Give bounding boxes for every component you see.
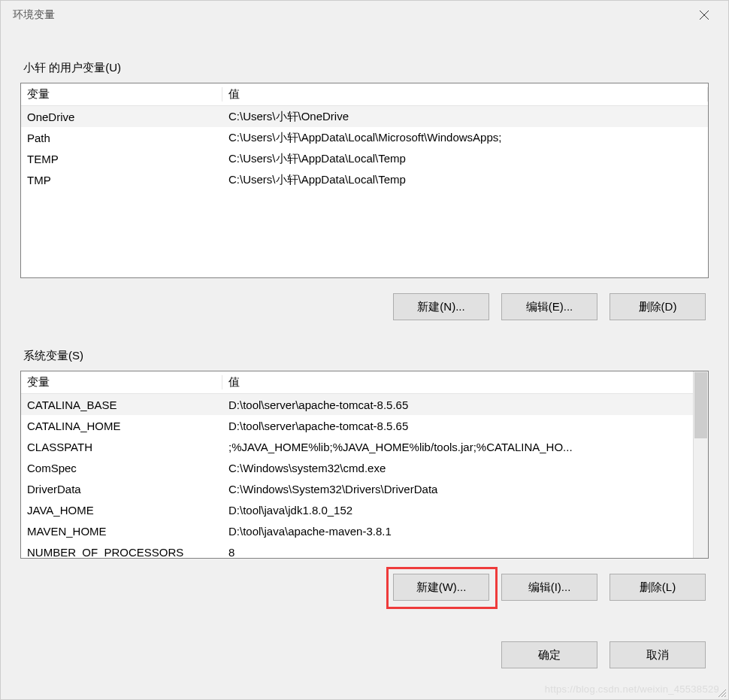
system-scrollbar[interactable] (693, 371, 708, 558)
system-col-value[interactable]: 值 (222, 375, 708, 389)
cell-name: OneDrive (21, 111, 222, 123)
cell-value: C:\Users\小轩\AppData\Local\Microsoft\Wind… (222, 131, 708, 145)
system-vars-group: 系统变量(S) 变量 值 CATALINA_BASED:\tool\server… (20, 349, 709, 601)
cell-value: C:\Users\小轩\AppData\Local\Temp (222, 152, 708, 166)
system-edit-button[interactable]: 编辑(I)... (501, 574, 597, 601)
dialog-buttons: 确定 取消 (20, 641, 709, 668)
table-row[interactable]: CLASSPATH;%JAVA_HOME%lib;%JAVA_HOME%lib/… (21, 436, 708, 457)
table-row[interactable]: PathC:\Users\小轩\AppData\Local\Microsoft\… (21, 127, 708, 148)
cell-name: JAVA_HOME (21, 504, 222, 517)
user-new-button[interactable]: 新建(N)... (393, 293, 489, 320)
cell-name: CLASSPATH (21, 441, 222, 453)
system-table-header: 变量 值 (21, 371, 708, 394)
close-icon (700, 11, 709, 20)
system-new-button[interactable]: 新建(W)... (393, 574, 489, 601)
cell-name: DriverData (21, 483, 222, 495)
user-vars-label: 小轩 的用户变量(U) (20, 61, 709, 75)
close-button[interactable] (689, 4, 719, 26)
cancel-button[interactable]: 取消 (610, 641, 706, 668)
cell-value: C:\Windows\System32\Drivers\DriverData (222, 483, 708, 495)
table-row[interactable]: CATALINA_HOMED:\tool\server\apache-tomca… (21, 415, 708, 436)
system-delete-button[interactable]: 删除(L) (610, 574, 706, 601)
cell-value: D:\tool\java\jdk1.8.0_152 (222, 504, 708, 517)
table-row[interactable]: TEMPC:\Users\小轩\AppData\Local\Temp (21, 148, 708, 169)
user-table-header: 变量 值 (21, 83, 708, 106)
cell-value: D:\tool\server\apache-tomcat-8.5.65 (222, 420, 708, 432)
cell-name: NUMBER_OF_PROCESSORS (21, 546, 222, 559)
watermark: https://blog.csdn.net/weixin_45538529 (545, 683, 719, 695)
env-vars-dialog: 环境变量 小轩 的用户变量(U) 变量 值 OneDriveC:\Users\小… (0, 0, 729, 700)
cell-value: C:\Users\小轩\AppData\Local\Temp (222, 173, 708, 187)
ok-button[interactable]: 确定 (501, 641, 597, 668)
scrollbar-thumb[interactable] (694, 372, 707, 438)
cell-value: 8 (222, 546, 708, 559)
cell-name: CATALINA_HOME (21, 420, 222, 432)
system-table-body: CATALINA_BASED:\tool\server\apache-tomca… (21, 394, 708, 559)
cell-value: ;%JAVA_HOME%lib;%JAVA_HOME%lib/tools.jar… (222, 441, 708, 453)
cell-value: C:\Users\小轩\OneDrive (222, 110, 708, 124)
svg-line-4 (724, 695, 726, 697)
system-buttons: 新建(W)... 编辑(I)... 删除(L) (20, 574, 709, 601)
table-row[interactable]: ComSpecC:\Windows\system32\cmd.exe (21, 457, 708, 478)
cell-name: TEMP (21, 153, 222, 165)
cell-name: CATALINA_BASE (21, 398, 222, 411)
window-title: 环境变量 (13, 8, 55, 22)
cell-value: D:\tool\java\apache-maven-3.8.1 (222, 525, 708, 538)
table-row[interactable]: DriverDataC:\Windows\System32\Drivers\Dr… (21, 478, 708, 499)
user-delete-button[interactable]: 删除(D) (610, 293, 706, 320)
user-vars-group: 小轩 的用户变量(U) 变量 值 OneDriveC:\Users\小轩\One… (20, 61, 709, 320)
table-row[interactable]: OneDriveC:\Users\小轩\OneDrive (21, 106, 708, 127)
user-col-name[interactable]: 变量 (21, 87, 222, 102)
system-vars-table[interactable]: 变量 值 CATALINA_BASED:\tool\server\apache-… (20, 371, 709, 559)
cell-name: TMP (21, 174, 222, 186)
cell-name: ComSpec (21, 462, 222, 474)
table-row[interactable]: MAVEN_HOMED:\tool\java\apache-maven-3.8.… (21, 520, 708, 541)
cell-value: D:\tool\server\apache-tomcat-8.5.65 (222, 398, 708, 411)
titlebar: 环境变量 (1, 1, 728, 29)
table-row[interactable]: JAVA_HOMED:\tool\java\jdk1.8.0_152 (21, 499, 708, 520)
user-buttons: 新建(N)... 编辑(E)... 删除(D) (20, 293, 709, 320)
cell-value: C:\Windows\system32\cmd.exe (222, 462, 708, 474)
user-edit-button[interactable]: 编辑(E)... (501, 293, 597, 320)
table-row[interactable]: TMPC:\Users\小轩\AppData\Local\Temp (21, 169, 708, 190)
table-row[interactable]: NUMBER_OF_PROCESSORS8 (21, 541, 708, 559)
user-col-value[interactable]: 值 (222, 87, 708, 102)
user-vars-table[interactable]: 变量 值 OneDriveC:\Users\小轩\OneDrivePathC:\… (20, 83, 709, 278)
dialog-content: 小轩 的用户变量(U) 变量 值 OneDriveC:\Users\小轩\One… (1, 29, 728, 683)
system-vars-label: 系统变量(S) (20, 349, 709, 363)
cell-name: MAVEN_HOME (21, 525, 222, 538)
cell-name: Path (21, 132, 222, 144)
resize-grip-icon[interactable] (716, 687, 727, 698)
table-row[interactable]: CATALINA_BASED:\tool\server\apache-tomca… (21, 394, 708, 415)
system-col-name[interactable]: 变量 (21, 375, 222, 389)
user-table-body: OneDriveC:\Users\小轩\OneDrivePathC:\Users… (21, 106, 708, 190)
